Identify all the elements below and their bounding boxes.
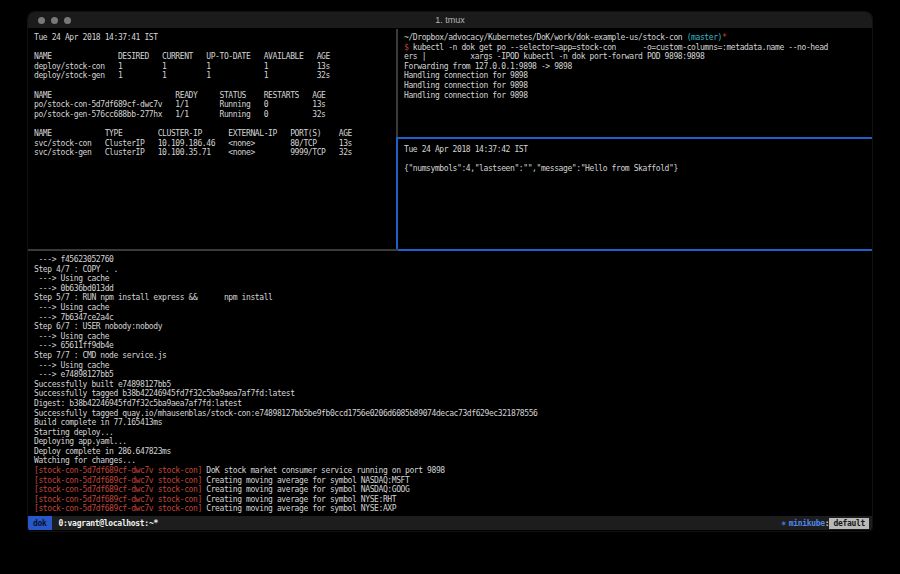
shell-cwd: ~/Dropbox/advocacy/Kubernetes/DoK/work/d…: [404, 33, 687, 42]
pod-log-message: Creating moving average for symbol NASDA…: [202, 485, 410, 494]
top-pane-row: Tue 24 Apr 2018 14:37:41 IST NAME DESIRE…: [28, 29, 872, 249]
git-dirty-flag: *: [722, 33, 726, 42]
pod-log-line: [stock-con-5d7df689cf-dwc7v stock-con] C…: [34, 504, 872, 514]
pod-log-message: Creating moving average for symbol NASDA…: [202, 476, 410, 485]
window-title: 1. tmux: [28, 15, 872, 25]
port-forward-output: ers | xargs -IPOD kubectl -n dok port-fo…: [404, 52, 872, 100]
shell-path-line: ~/Dropbox/advocacy/Kubernetes/DoK/work/d…: [404, 33, 872, 43]
pod-log-message: DoK stock market consumer service runnin…: [202, 466, 445, 475]
screenshot-canvas: 1. tmux Tue 24 Apr 2018 14:37:41 IST NAM…: [0, 0, 900, 574]
right-pane-column: ~/Dropbox/advocacy/Kubernetes/DoK/work/d…: [398, 29, 872, 249]
pod-log-message: Creating moving average for symbol NYSE:…: [202, 504, 396, 513]
pane-kubectl-watch[interactable]: Tue 24 Apr 2018 14:37:41 IST NAME DESIRE…: [28, 29, 396, 249]
pane-service-response[interactable]: Tue 24 Apr 2018 14:37:42 IST {"numsymbol…: [398, 139, 872, 249]
terminal-window: 1. tmux Tue 24 Apr 2018 14:37:41 IST NAM…: [28, 12, 872, 531]
pod-log-message: Creating moving average for symbol NYSE:…: [202, 495, 396, 504]
tmux-status-bar: dok 0:vagrant@localhost:~* ⎈ minikube : …: [28, 516, 872, 530]
tmux-window-label[interactable]: 0:vagrant@localhost:~*: [59, 519, 158, 528]
pod-log-prefix: [stock-con-5d7df689cf-dwc7v stock-con]: [34, 504, 202, 513]
tmux-panes-area: Tue 24 Apr 2018 14:37:41 IST NAME DESIRE…: [28, 29, 872, 516]
kube-context-label: minikube: [789, 519, 825, 528]
pod-log-prefix: [stock-con-5d7df689cf-dwc7v stock-con]: [34, 466, 202, 475]
pod-log-prefix: [stock-con-5d7df689cf-dwc7v stock-con]: [34, 495, 202, 504]
docker-build-log: ---> f45623052760 Step 4/7 : COPY . . --…: [34, 255, 872, 466]
tmux-session-name[interactable]: dok: [28, 516, 52, 530]
pod-log-prefix: [stock-con-5d7df689cf-dwc7v stock-con]: [34, 476, 202, 485]
pod-log-line: [stock-con-5d7df689cf-dwc7v stock-con] D…: [34, 466, 872, 476]
pod-log-line: [stock-con-5d7df689cf-dwc7v stock-con] C…: [34, 485, 872, 495]
kube-namespace-badge: default: [829, 518, 869, 529]
shell-command: kubectl -n dok get po --selector=app=sto…: [408, 43, 828, 52]
window-titlebar: 1. tmux: [28, 12, 872, 29]
pod-log-line: [stock-con-5d7df689cf-dwc7v stock-con] C…: [34, 476, 872, 486]
pod-log-prefix: [stock-con-5d7df689cf-dwc7v stock-con]: [34, 485, 202, 494]
git-branch-label: (master): [687, 33, 722, 42]
pod-log-line: [stock-con-5d7df689cf-dwc7v stock-con] C…: [34, 495, 872, 505]
pane-port-forward[interactable]: ~/Dropbox/advocacy/Kubernetes/DoK/work/d…: [398, 29, 872, 137]
shell-command-line: $ kubectl -n dok get po --selector=app=s…: [404, 43, 872, 53]
pane-skaffold-log[interactable]: ---> f45623052760 Step 4/7 : COPY . . --…: [28, 251, 872, 516]
kubernetes-helm-icon: ⎈: [781, 519, 786, 528]
